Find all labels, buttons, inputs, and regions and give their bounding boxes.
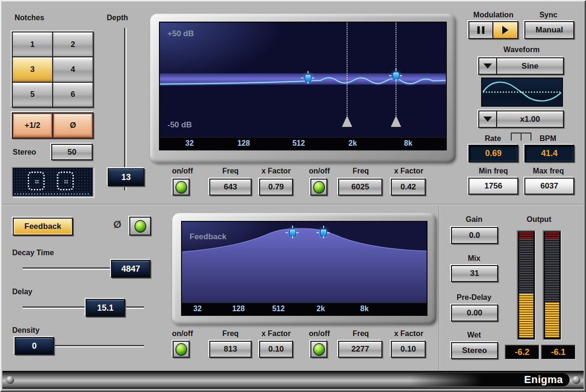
min-freq-marker-line (347, 23, 348, 127)
phase-invert-button[interactable]: Ø (53, 113, 93, 138)
ymin-label: -50 dB (167, 120, 192, 130)
multiplier-dropdown-arrow[interactable] (479, 111, 497, 127)
notch1-factor-value[interactable]: 0.79 (259, 179, 293, 196)
meter-body (519, 239, 533, 337)
notches-grid: 1 2 3 4 5 6 (12, 31, 94, 108)
factor-label-1: x Factor (261, 167, 291, 175)
tick-2k: 2k (348, 139, 357, 148)
delay-handle[interactable]: 15.1 (86, 299, 125, 317)
freq-label-4: Freq (353, 329, 369, 338)
output-meter-right (543, 231, 561, 340)
meter-level (519, 294, 533, 337)
predelay-value-button[interactable]: 0.00 (451, 305, 498, 321)
notch-button-4[interactable]: 4 (53, 57, 93, 81)
notch1-control-point[interactable] (305, 74, 311, 82)
stereo-right-dot (64, 180, 68, 184)
gain-label: Gain (466, 215, 483, 224)
notch1-onoff-button[interactable] (173, 179, 190, 196)
play-button[interactable] (493, 22, 517, 38)
half-notch-button[interactable]: +1/2 (13, 113, 52, 138)
meter-level (545, 303, 559, 337)
feedback1-factor-value[interactable]: 0.10 (259, 341, 293, 358)
multiplier-value[interactable]: x1.00 (497, 111, 563, 127)
stereo-left-shape (28, 172, 45, 190)
density-handle[interactable]: 0 (15, 337, 54, 355)
rate-bpm-link-icon (511, 133, 531, 141)
stereo-value-button[interactable]: 50 (51, 144, 93, 160)
feedback1-onoff-button[interactable] (173, 341, 190, 358)
tick-128: 128 (232, 305, 245, 313)
waves-sphere-icon (6, 376, 14, 384)
maxfreq-value-button[interactable]: 6037 (524, 178, 574, 195)
feedback1-freq-value[interactable]: 813 (209, 341, 252, 358)
depth-slider-track[interactable] (124, 28, 127, 190)
green-led-icon (314, 182, 324, 193)
factor-label-4: x Factor (394, 329, 423, 338)
wet-mode-button[interactable]: Stereo (451, 342, 498, 359)
tick-32: 32 (193, 305, 202, 313)
output-meter-left (517, 231, 535, 340)
gain-value-button[interactable]: 0.0 (451, 227, 498, 244)
notch2-onoff-button[interactable] (310, 179, 327, 196)
feedback-mode-button[interactable]: Feedback (13, 218, 73, 235)
frequency-response-plot (160, 23, 446, 139)
sine-wave-icon (482, 78, 562, 106)
notch-button-1[interactable]: 1 (13, 32, 52, 56)
minfreq-value-button[interactable]: 1756 (468, 178, 518, 195)
max-freq-marker-handle[interactable] (391, 116, 401, 127)
notch2-control-point[interactable] (393, 72, 399, 79)
green-led-icon (135, 221, 145, 232)
feedback1-control-point[interactable] (289, 229, 296, 236)
bpm-display[interactable]: 41.4 (524, 145, 574, 162)
notch2-factor-value[interactable]: 0.42 (391, 179, 426, 196)
tick-512: 512 (293, 139, 305, 148)
pause-button[interactable] (469, 22, 493, 38)
sync-mode-button[interactable]: Manual (524, 21, 574, 39)
main-graph-axis: 32 128 512 2k 8k (160, 137, 446, 149)
meter-right-readout: -6.1 (541, 345, 575, 359)
delay-track[interactable] (23, 306, 144, 309)
tick-512: 512 (272, 305, 285, 313)
feedback-graph-axis: 32 128 512 2k 8k (182, 303, 427, 315)
feedback2-control-point[interactable] (320, 229, 327, 236)
notch-button-6[interactable]: 6 (53, 83, 93, 107)
meter-peak-segment (519, 232, 533, 238)
feedback-onoff-button[interactable] (129, 217, 151, 235)
modulation-transport (468, 21, 518, 39)
notch-button-3-active[interactable]: 3 (13, 57, 52, 81)
stereo-left-dot (35, 180, 39, 184)
feedback-graph-bezel: Feedback 32 128 512 2k 8k (172, 213, 436, 325)
waveform-display (481, 78, 563, 107)
notch1-freq-value[interactable]: 643 (209, 179, 252, 196)
feedback2-freq-value[interactable]: 2277 (338, 341, 382, 358)
freq-label-3: Freq (222, 329, 239, 338)
bpm-label: BPM (539, 134, 556, 143)
depth-slider-handle[interactable]: 13 (108, 168, 144, 186)
green-led-icon (176, 344, 186, 355)
bottom-bar: Enigma (2, 371, 584, 389)
feedback2-onoff-button[interactable] (310, 341, 327, 358)
min-freq-marker-handle[interactable] (342, 116, 352, 127)
waveform-dropdown-arrow[interactable] (479, 58, 497, 74)
factor-label-2: x Factor (394, 167, 423, 175)
notch-button-5[interactable]: 5 (13, 83, 52, 107)
feedback-graph-screen: Feedback 32 128 512 2k 8k (181, 221, 428, 316)
plugin-name: Enigma (524, 374, 563, 386)
waveform-value[interactable]: Sine (497, 58, 563, 74)
mix-label: Mix (468, 254, 481, 263)
decay-time-handle[interactable]: 4847 (111, 260, 150, 278)
play-icon (502, 26, 508, 34)
notch-button-2[interactable]: 2 (53, 32, 93, 56)
stereo-label: Stereo (13, 148, 36, 157)
rate-display[interactable]: 0.69 (468, 145, 518, 162)
wet-label: Wet (467, 331, 481, 339)
modulation-label: Modulation (473, 11, 513, 19)
meter-left-readout: -6.2 (505, 345, 539, 359)
mix-value-button[interactable]: 31 (451, 265, 498, 282)
feedback2-factor-value[interactable]: 0.10 (391, 341, 426, 358)
predelay-label: Pre-Delay (457, 293, 491, 302)
meter-body (545, 239, 559, 337)
notch2-freq-value[interactable]: 6025 (338, 179, 382, 196)
onoff-label-3: on/off (172, 329, 193, 338)
green-led-icon (176, 182, 186, 193)
